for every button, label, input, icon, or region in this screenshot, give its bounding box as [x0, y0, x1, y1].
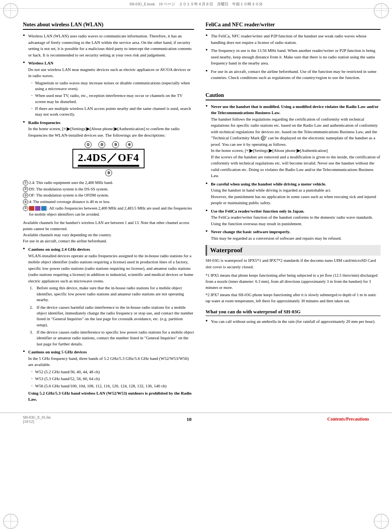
diagram-label-4: ④ 4: The estimated coverage distance is …: [23, 199, 194, 205]
footer-right: Contents/Precautions: [327, 416, 369, 422]
circ-num-2: ②: [23, 187, 28, 192]
what-you-can-bullet-1: You can call without using an umbrella i…: [206, 318, 381, 325]
footer-bar: SH-03G_E_01.fm [10/12] 10 Contents/Preca…: [0, 413, 392, 425]
caution-bullet-1: Never use the handset that is modified. …: [206, 103, 381, 179]
right-column: FeliCa and NFC reader/writer The FeliCa,…: [202, 16, 381, 405]
freq-box: 2.4DS／OF4: [72, 149, 145, 168]
radio-freq-body: In the home screen, [≡]▶[Settings]▶[Abou…: [28, 126, 180, 137]
num-label-2: 2.: [30, 305, 33, 310]
wlan-bullet-2: Wireless LAN Do not use wireless LAN nea…: [23, 60, 194, 118]
waterproof-footnote-1: *1 IPX5 means that phone keeps functioni…: [206, 272, 381, 290]
caution-24ghz-num-2-text: If the device causes harmful radio inter…: [37, 305, 193, 327]
caution-bullet-list: Never use the handset that is modified. …: [206, 103, 381, 242]
main-content: Notes about wireless LAN (WLAN) Wireless…: [0, 9, 392, 413]
wlan-bullet-list: Wireless LAN (WLAN) uses radio waves to …: [23, 33, 194, 138]
circ-num-1: ①: [23, 180, 28, 185]
num-label-1: 1.: [30, 285, 33, 291]
caution-24ghz-num-1: 1. Before using this device, make sure t…: [30, 285, 194, 303]
caution-bullet-3: Use the FeliCa reader/writer function on…: [206, 208, 381, 227]
wlan-bullet-1-text: Wireless LAN (WLAN) uses radio waves to …: [28, 34, 192, 57]
wlan-subitem-3: If there are multiple wireless LAN acces…: [30, 106, 194, 118]
felica-bullet-2: The frequency in use is the 13.56 MHz ba…: [206, 47, 381, 66]
page-wrapper: SH-03G_E.book 10 ページ ２０１５年４月６日 月曜日 午前１０時…: [0, 0, 392, 532]
diagram-label-1: ① 2.4: This radio equipment uses the 2,4…: [23, 179, 194, 186]
freq-circle-1: ①: [85, 141, 92, 148]
circ-num-3: ③: [23, 193, 28, 198]
freq-circle-5: ⑤: [105, 169, 112, 176]
caution-24ghz-list: Cautions on using 2.4 GHz devices WLAN-i…: [23, 246, 194, 403]
caution-5ghz-subitem-3: W56 (5.6 GHz band/100, 104, 108, 112, 11…: [30, 383, 194, 389]
what-you-can-title: What you can do with waterproof of SH-03…: [206, 309, 381, 316]
caution-5ghz-item: Cautions on using 5 GHz devices In the 5…: [23, 349, 194, 403]
caution-5ghz-subitem-2: W53 (5.3 GHz band/52, 56, 60, 64 ch): [30, 376, 194, 382]
caution-24ghz-num-3: 3. If the device causes radio interferen…: [30, 329, 194, 347]
diagram-label-3-text: OF: The modulation system is the OFDM sy…: [29, 192, 109, 198]
wlan-section-title: Notes about wireless LAN (WLAN): [23, 22, 194, 30]
caution-4-body: This may be regarded as a conversion of …: [211, 236, 342, 240]
caution-2-body: Using the handset in hand while driving …: [211, 188, 376, 205]
caution-24ghz-num-2: 2. If the device causes harmful radio in…: [30, 305, 194, 328]
corner-decoration-tr: [374, 3, 389, 18]
wlan-bullet-2-title: Wireless LAN: [28, 61, 53, 65]
waterproof-title: Waterproof: [210, 247, 243, 254]
freq-circles-row: ① ② ③ ④: [85, 141, 133, 148]
felica-bullet-list: The FeliCa, NFC reader/writer and P2P fu…: [206, 33, 381, 81]
felica-section-title: FeliCa and NFC reader/writer: [206, 22, 381, 30]
caution-5ghz-subitem-1: W52 (5.2 GHz band/36, 40, 44, 48 ch): [30, 369, 194, 375]
caution-2-title: Be careful when using the handset while …: [211, 182, 326, 186]
wlan-bullet-1: Wireless LAN (WLAN) uses radio waves to …: [23, 33, 194, 58]
freq-main-text: 2.4DS／OF4: [78, 150, 139, 165]
diagram-label-2-text: DS: The modulation system is the DS-SS s…: [29, 186, 108, 192]
diagram-label-2: ② DS: The modulation system is the DS-SS…: [23, 186, 194, 192]
diagram-label-1-text: 2.4: This radio equipment uses the 2,400…: [29, 180, 113, 186]
left-column: Notes about wireless LAN (WLAN) Wireless…: [23, 16, 202, 405]
caution-3-body: The FeliCa reader/writer function of the…: [211, 215, 373, 226]
circ-num-4: ④: [23, 199, 28, 205]
what-you-can-list: You can call without using an umbrella i…: [206, 318, 381, 325]
caution-1-body: The handset follows the regulations rega…: [211, 117, 380, 178]
wlan-wireless-lan-subitems: Magnetism or radio waves may increase no…: [30, 80, 194, 118]
caution-24ghz-num-1-text: Before using this device, make sure that…: [37, 285, 184, 302]
freq-note-2: Available channels may vary depending on…: [23, 232, 194, 238]
header-text: SH-03G_E.book 10 ページ ２０１５年４月６日 月曜日 午前１０時…: [129, 2, 262, 7]
wlan-subitem-1: Magnetism or radio waves may increase no…: [30, 80, 194, 92]
diagram-label-4-text: 4: The estimated coverage distance is 40…: [29, 199, 110, 205]
freq-circle-3: ③: [112, 141, 119, 148]
caution-5ghz-footer: Using 5.2 GHz/5.3 GHz band wireless LAN …: [28, 391, 191, 402]
caution-24ghz-numbered: 1. Before using this device, make sure t…: [30, 285, 194, 347]
caution-3-title: Use the FeliCa reader/writer function on…: [211, 209, 304, 213]
diagram-label-3: ③ OF: The modulation system is the OFDM …: [23, 192, 194, 199]
radio-freq-title: Radio frequencies: [28, 120, 60, 125]
corner-decoration-br: [374, 514, 389, 529]
header-bar: SH-03G_E.book 10 ページ ２０１５年４月６日 月曜日 午前１０時…: [0, 0, 392, 9]
caution-5ghz-title: Cautions on using 5 GHz devices: [28, 350, 87, 354]
wlan-subitem-2: When used near TV, radio, etc., receptio…: [30, 93, 194, 105]
freq-diagram: ① ② ③ ④ 2.4DS／OF4 ⑤: [71, 141, 147, 176]
caution-24ghz-title: Cautions on using 2.4 GHz devices: [28, 247, 90, 251]
freq-box-inner: 2.4DS／OF4: [78, 150, 139, 165]
freq-circle-2: ②: [98, 141, 105, 148]
caution-24ghz-body: WLAN-installed devices operate at radio …: [28, 253, 193, 283]
caution-section-title: Caution: [206, 92, 381, 100]
corner-decoration-bl: [3, 514, 18, 529]
footer-left-top: SH-03G_E_01.fm: [23, 415, 51, 419]
wlan-bullet-2-body: Do not use wireless LAN near magnetic de…: [28, 67, 191, 78]
wlan-bullet-3: Radio frequencies In the home screen, [≡…: [23, 119, 194, 139]
caution-5ghz-body: In the 5 GHz frequency band, three bands…: [28, 356, 189, 367]
freq-underline: [78, 165, 139, 167]
felica-bullet-3: For use in an aircraft, contact the airl…: [206, 68, 381, 81]
circ-num-5: ⑤: [23, 206, 28, 211]
caution-5ghz-subitems: W52 (5.2 GHz band/36, 40, 44, 48 ch) W53…: [30, 369, 194, 389]
caution-bullet-4: Never change the basic software improper…: [206, 229, 381, 241]
waterproof-footnote-2: *2 IPX7 means that SH-03G phone keeps fu…: [206, 292, 381, 304]
footer-left-bottom: [10/12]: [23, 419, 51, 424]
felica-bullet-1: The FeliCa, NFC reader/writer and P2P fu…: [206, 33, 381, 45]
corner-decoration-tl: [3, 3, 18, 18]
freq-circle-4: ④: [126, 141, 133, 148]
caution-4-title: Never change the basic software improper…: [211, 229, 290, 234]
caution-24ghz-item: Cautions on using 2.4 GHz devices WLAN-i…: [23, 246, 194, 347]
footer-left: SH-03G_E_01.fm [10/12]: [23, 415, 51, 424]
waterproof-footnotes: *1 IPX5 means that phone keeps functioni…: [206, 272, 381, 304]
freq-note-1: Available channels for the handset's wir…: [23, 220, 194, 232]
diagram-labels: ① 2.4: This radio equipment uses the 2,4…: [23, 179, 194, 218]
